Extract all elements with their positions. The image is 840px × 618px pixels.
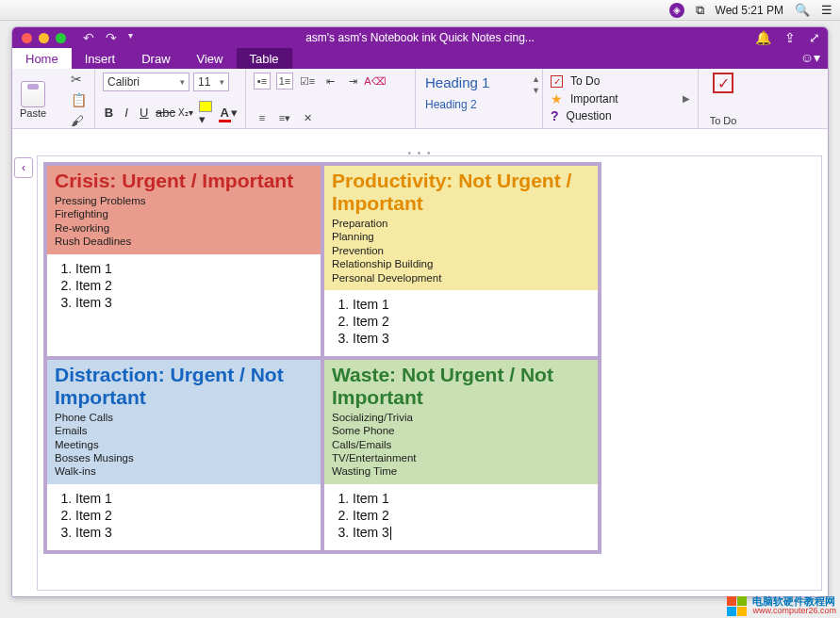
tab-home[interactable]: Home (12, 48, 72, 69)
styles-up[interactable]: ▲ (532, 74, 540, 84)
todo-label[interactable]: To Do (710, 113, 737, 126)
font-color-button[interactable]: A▾ (219, 106, 238, 120)
screens-icon[interactable]: ⧉ (696, 3, 704, 18)
tag-todo[interactable]: ✓To Do (551, 73, 690, 89)
cut-icon[interactable]: ✂ (71, 72, 87, 87)
style-heading2[interactable]: Heading 2 (425, 98, 533, 111)
menubar-clock[interactable]: Wed 5:21 PM (716, 4, 783, 17)
bold-button[interactable]: B (103, 106, 115, 120)
zoom-window-button[interactable] (56, 33, 66, 43)
indent-button[interactable]: ⇥ (344, 73, 361, 89)
fullscreen-icon[interactable]: ⤢ (809, 30, 820, 45)
tag-question[interactable]: ?Question (551, 107, 690, 124)
tab-view[interactable]: View (184, 48, 237, 69)
underline-button[interactable]: U (138, 106, 150, 120)
minimize-window-button[interactable] (39, 33, 49, 43)
distraction-items[interactable]: Item 1Item 2Item 3 (57, 490, 311, 541)
menu-list-icon[interactable]: ☰ (821, 3, 832, 17)
copy-icon[interactable]: 📋 (71, 92, 87, 107)
italic-button[interactable]: I (121, 106, 133, 120)
traffic-lights (12, 33, 66, 43)
format-painter-icon[interactable]: 🖌 (71, 113, 87, 128)
mac-menubar: ◈ ⧉ Wed 5:21 PM 🔍 ☰ (0, 0, 840, 21)
paste-icon[interactable] (21, 81, 45, 107)
nav-pane-toggle[interactable]: ‹ (12, 152, 35, 596)
crisis-title: Crisis: Urgent / Important (55, 170, 313, 192)
align-dropdown[interactable]: ≡▾ (276, 109, 293, 126)
productivity-title: Productivity: Not Urgent / Important (332, 170, 590, 215)
tag-important[interactable]: ★Important▶ (551, 90, 690, 107)
productivity-examples: PreparationPlanningPreventionRelationshi… (332, 217, 590, 285)
todo-checkbox-icon[interactable]: ✓ (713, 73, 733, 93)
outdent-button[interactable]: ⇤ (321, 73, 338, 89)
delete-button[interactable]: ✕ (299, 109, 316, 126)
quadrant-distraction[interactable]: Distraction: Urgent / Not Important Phon… (45, 358, 322, 552)
waste-title: Waste: Not Urgent / Not Important (332, 364, 590, 409)
tag-todo-label: To Do (570, 74, 600, 88)
quadrant-waste[interactable]: Waste: Not Urgent / Not Important Social… (322, 358, 600, 552)
subscript-button[interactable]: X₂▾ (178, 107, 193, 118)
tags-group: ✓To Do ★Important▶ ?Question (543, 69, 699, 128)
window-titlebar: ↶ ↷ ▾ asm's asm's Notebook ink Quick Not… (12, 27, 828, 48)
footer-line2: www.computer26.com (752, 607, 836, 616)
styles-group: Heading 1 Heading 2 ▲▼ (416, 69, 543, 128)
tag-question-label: Question (567, 109, 612, 122)
styles-down[interactable]: ▼ (532, 86, 540, 95)
bullets-button[interactable]: •≡ (254, 73, 271, 89)
windows-logo-icon (727, 596, 747, 616)
footer-watermark: 电脑软硬件教程网 www.computer26.com (727, 595, 836, 616)
quadrant-crisis[interactable]: Crisis: Urgent / Important Pressing Prob… (45, 164, 322, 358)
share-icon[interactable]: ⇪ (784, 30, 796, 45)
waste-examples: Socializing/TriviaSome PhoneCalls/Emails… (332, 411, 590, 479)
redo-button[interactable]: ↷ (106, 30, 117, 45)
todo-group: ✓ To Do (699, 69, 748, 128)
spotlight-icon[interactable]: 🔍 (795, 3, 810, 17)
close-window-button[interactable] (22, 33, 32, 43)
distraction-examples: Phone CallsEmailsMeetingsBosses MusingsW… (55, 411, 313, 479)
feedback-button[interactable]: ☺▾ (800, 50, 820, 65)
page-area: ‹ Crisis: Urgent / Important Pressing Pr… (12, 152, 828, 596)
numbering-button[interactable]: 1≡ (276, 73, 293, 89)
crisis-examples: Pressing ProblemsFirefightingRe-workingR… (55, 194, 313, 249)
productivity-items[interactable]: Item 1Item 2Item 3 (334, 296, 588, 347)
font-name-value: Calibri (107, 75, 140, 89)
crisis-items[interactable]: Item 1Item 2Item 3 (57, 260, 311, 311)
onenote-window: ↶ ↷ ▾ asm's asm's Notebook ink Quick Not… (11, 26, 829, 597)
font-name-combo[interactable]: Calibri▾ (103, 73, 189, 91)
paste-label[interactable]: Paste (20, 107, 46, 119)
font-size-combo[interactable]: 11▾ (193, 73, 229, 91)
undo-button[interactable]: ↶ (83, 30, 94, 45)
font-group: Calibri▾ 11▾ B I U abc X₂▾ ▾ A▾ (95, 69, 246, 128)
highlight-button[interactable]: ▾ (199, 98, 213, 126)
ribbon-tabs: Home Insert Draw View Table ☺▾ (12, 48, 828, 69)
strikethrough-button[interactable]: abc (156, 106, 173, 120)
tab-insert[interactable]: Insert (72, 48, 129, 69)
qat-dropdown[interactable]: ▾ (128, 30, 133, 45)
font-size-value: 11 (198, 75, 210, 89)
align-left-button[interactable]: ≡ (254, 109, 271, 126)
tab-table[interactable]: Table (237, 48, 292, 69)
notifications-icon[interactable]: 🔔 (755, 30, 771, 45)
eisenhower-matrix: Crisis: Urgent / Important Pressing Prob… (43, 162, 601, 554)
waste-items[interactable]: Item 1Item 2Item 3 (334, 490, 588, 541)
quadrant-productivity[interactable]: Productivity: Not Urgent / Important Pre… (322, 164, 600, 358)
page-canvas[interactable]: Crisis: Urgent / Important Pressing Prob… (37, 155, 822, 591)
clipboard-group: Paste ✂ 📋 🖌 (12, 69, 95, 128)
window-title: asm's asm's Notebook ink Quick Notes cin… (12, 31, 828, 44)
app-status-icon: ◈ (669, 3, 684, 18)
paragraph-group: •≡ 1≡ ☑≡ ⇤ ⇥ A⌫ ≡ ≡▾ ✕ (246, 69, 416, 128)
tab-draw[interactable]: Draw (128, 48, 183, 69)
checklist-button[interactable]: ☑≡ (299, 73, 316, 89)
style-heading1[interactable]: Heading 1 (425, 74, 533, 90)
distraction-title: Distraction: Urgent / Not Important (55, 364, 313, 409)
clear-formatting-button[interactable]: A⌫ (367, 73, 384, 89)
tag-important-label: Important (570, 92, 618, 106)
ribbon: Paste ✂ 📋 🖌 Calibri▾ 11▾ B I U abc X₂▾ ▾… (12, 69, 828, 129)
